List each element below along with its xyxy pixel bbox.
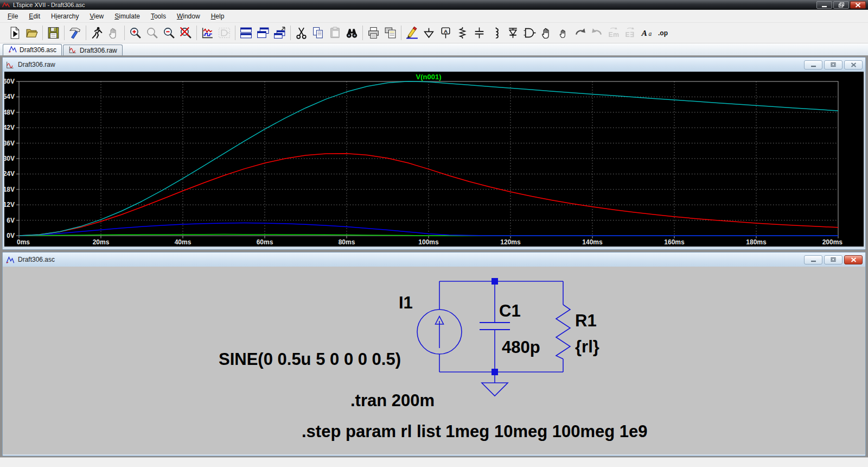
ground-symbol[interactable] <box>482 375 508 396</box>
schematic-window-titlebar[interactable]: Draft306.asc <box>3 253 865 267</box>
menu-tools[interactable]: Tools <box>145 11 171 22</box>
main-window-controls <box>816 1 866 9</box>
toolbar-separator <box>64 26 65 40</box>
component-button[interactable] <box>521 24 538 41</box>
svg-text:A: A <box>641 28 647 37</box>
schematic-canvas[interactable]: I1 SINE(0 0.5u 5 0 0 0 0.5) C1 480p R1 {… <box>3 267 864 455</box>
wave-restore-button[interactable] <box>824 60 843 70</box>
schematic-file-icon <box>5 256 15 264</box>
new-schematic-button[interactable] <box>7 24 23 41</box>
status-bar <box>0 457 868 467</box>
waveform-plot[interactable]: 0V6V12V18V24V30V36V42V48V54V60V0ms20ms40… <box>4 72 863 247</box>
mdi-area: Draft306.raw 0V6V12V18V24V30V36V42V48V54… <box>0 55 868 457</box>
y-tick-label: 12V <box>4 201 15 209</box>
step-directive[interactable]: .step param rl list 1meg 10meg 100meg 1e… <box>302 422 648 441</box>
inductor-button[interactable] <box>488 24 505 41</box>
waveform-file-icon <box>5 61 15 69</box>
minimize-button[interactable] <box>816 1 832 9</box>
cut-button[interactable] <box>293 24 310 41</box>
close-button[interactable] <box>850 1 866 9</box>
tab-draft306.raw[interactable]: Draft306.raw <box>63 45 123 55</box>
drag-button[interactable] <box>555 24 572 41</box>
svg-text:a: a <box>649 30 652 37</box>
schematic-canvas-area[interactable]: I1 SINE(0 0.5u 5 0 0 0 0.5) C1 480p R1 {… <box>3 267 865 455</box>
ground-button[interactable] <box>420 24 437 41</box>
rotate-button: E∃ <box>622 24 639 41</box>
menu-simulate[interactable]: Simulate <box>109 11 145 22</box>
print-button[interactable] <box>365 24 382 41</box>
copy-button[interactable] <box>310 24 327 41</box>
waveform-file-icon <box>68 46 77 55</box>
wave-minimize-button[interactable] <box>804 60 822 70</box>
spice-directive-button[interactable]: .op <box>656 24 673 41</box>
print-preview-button[interactable] <box>382 24 399 41</box>
zoom-full-extents-button[interactable] <box>177 24 194 41</box>
menu-window[interactable]: Window <box>171 11 206 22</box>
c1-value-label[interactable]: 480p <box>502 338 540 357</box>
menu-hierarchy[interactable]: Hierarchy <box>46 11 84 22</box>
wire-button[interactable] <box>404 24 420 41</box>
y-tick-label: 54V <box>4 93 15 100</box>
i1-name-label[interactable]: I1 <box>399 293 413 312</box>
undo-button[interactable] <box>572 24 589 41</box>
x-tick-label: 20ms <box>93 238 110 246</box>
menu-file[interactable]: File <box>2 11 23 22</box>
toolbar-separator <box>42 26 43 40</box>
trace-legend[interactable]: V(n001) <box>416 73 442 81</box>
save-button[interactable] <box>45 24 62 41</box>
y-tick-label: 6V <box>7 217 15 224</box>
svg-text:A: A <box>444 28 448 34</box>
waveform-window-title: Draft306.raw <box>18 61 55 68</box>
schem-minimize-button[interactable] <box>804 255 822 264</box>
run-button[interactable] <box>88 24 105 41</box>
y-tick-label: 36V <box>4 140 15 147</box>
tab-draft306.asc[interactable]: Draft306.asc <box>3 44 62 55</box>
schem-restore-button[interactable] <box>824 255 843 264</box>
i1-value-label[interactable]: SINE(0 0.5u 5 0 0 0 0.5) <box>219 350 401 369</box>
y-tick-label: 42V <box>4 124 15 131</box>
waveform-window-titlebar[interactable]: Draft306.raw <box>3 58 865 72</box>
menu-help[interactable]: Help <box>206 11 230 22</box>
waveform-window-controls <box>804 60 863 70</box>
c1-name-label[interactable]: C1 <box>499 301 521 320</box>
zoom-out-button[interactable] <box>161 24 177 41</box>
paste-button <box>327 24 343 41</box>
schematic-window-title: Draft306.asc <box>18 256 55 263</box>
current-source-symbol[interactable] <box>417 310 462 354</box>
toolbar-separator <box>362 26 363 40</box>
net-label-button[interactable]: A <box>437 24 454 41</box>
text-button[interactable]: Aa <box>639 24 656 41</box>
move-button[interactable] <box>538 24 555 41</box>
r1-name-label[interactable]: R1 <box>575 311 597 330</box>
svg-text:.op: .op <box>658 29 668 37</box>
halt-button <box>105 24 122 41</box>
restore-button[interactable] <box>833 1 849 9</box>
cascade-windows-button[interactable] <box>271 24 288 41</box>
resistor-button[interactable] <box>454 24 471 41</box>
tile-horizontal-button[interactable] <box>238 24 254 41</box>
menu-edit[interactable]: Edit <box>23 11 46 22</box>
wave-close-button[interactable] <box>844 60 863 70</box>
open-file-button[interactable] <box>23 24 40 41</box>
waveform-plot-area[interactable]: 0V6V12V18V24V30V36V42V48V54V60V0ms20ms40… <box>3 72 865 248</box>
control-panel-button[interactable] <box>67 24 84 41</box>
toolbar-separator <box>290 26 291 40</box>
autorange-waveform-button[interactable] <box>199 24 216 41</box>
capacitor-symbol[interactable] <box>480 323 510 330</box>
tran-directive[interactable]: .tran 200m <box>350 391 435 410</box>
zoom-in-button[interactable] <box>127 24 144 41</box>
x-tick-label: 120ms <box>500 238 521 246</box>
resistor-symbol[interactable] <box>556 305 570 359</box>
schem-close-button[interactable] <box>844 255 863 264</box>
toolbar: AEmE∃Aa.op <box>0 23 868 43</box>
find-button[interactable] <box>343 24 360 41</box>
toolbar-separator <box>235 26 235 40</box>
circuit-wires <box>439 281 563 372</box>
tile-vertical-button[interactable] <box>254 24 271 41</box>
svg-text:Em: Em <box>609 31 619 39</box>
capacitor-button[interactable] <box>471 24 488 41</box>
menu-view[interactable]: View <box>84 11 109 22</box>
diode-button[interactable] <box>505 24 521 41</box>
r1-value-label[interactable]: {rl} <box>575 337 599 356</box>
y-tick-label: 48V <box>4 109 15 116</box>
